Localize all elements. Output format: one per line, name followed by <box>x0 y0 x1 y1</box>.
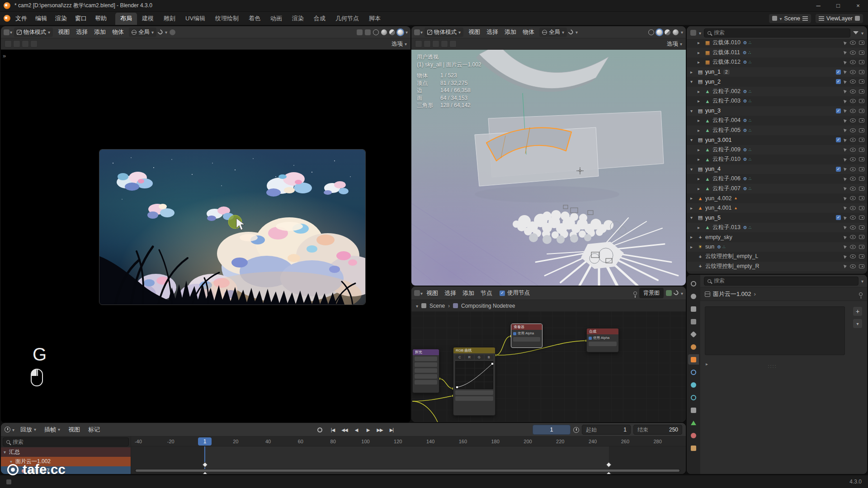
material-shading-icon[interactable] <box>389 29 395 35</box>
node-slider[interactable] <box>415 368 437 373</box>
node-slider[interactable] <box>415 362 437 367</box>
select-subtract-icon[interactable] <box>441 40 448 47</box>
data-tab-icon[interactable] <box>688 418 699 428</box>
curve-channel-button[interactable]: C <box>455 355 464 360</box>
curve-channel-button[interactable]: G <box>475 355 484 360</box>
physics-tab-icon[interactable] <box>688 392 699 403</box>
pin-icon[interactable] <box>633 291 637 295</box>
editor-type-icon[interactable] <box>414 29 420 35</box>
hide-viewport-toggle-icon[interactable] <box>850 70 856 74</box>
view-layer-selector[interactable]: ViewLayer <box>815 14 863 23</box>
compositor-menu-item[interactable]: 选择 <box>441 289 459 297</box>
outliner-row[interactable]: + 云纹理控制_empty_R ⚙ ∴ <box>687 262 867 272</box>
outliner-row[interactable]: ▸ ▲ 云粒子.010 ⚙ ∴ <box>687 155 867 164</box>
disable-render-toggle-icon[interactable] <box>859 196 864 200</box>
selectable-toggle-icon[interactable] <box>844 245 847 249</box>
next-keyframe-button[interactable]: ▶▶ <box>374 425 386 435</box>
timeline-menu-item[interactable]: 标记 <box>84 426 104 434</box>
workspace-tab[interactable]: 着色 <box>244 13 265 25</box>
selectable-toggle-icon[interactable] <box>844 187 847 191</box>
compositor-menu-item[interactable]: 视图 <box>423 289 441 297</box>
outliner-row[interactable]: ▸ ▦ 云载体.012 ⚙ ∴ <box>687 57 867 67</box>
jump-to-start-button[interactable]: |◀ <box>327 425 339 435</box>
collection-checkbox[interactable] <box>836 167 841 172</box>
material-tab-icon[interactable] <box>688 430 699 441</box>
filter-funnel-icon[interactable] <box>853 31 859 34</box>
selectable-toggle-icon[interactable] <box>844 148 847 152</box>
timeline-body[interactable]: -40-202040608010012014016018020022024026… <box>1 436 686 474</box>
expand-chevron-icon[interactable]: ▾ <box>690 79 697 84</box>
outliner-row[interactable]: ▸ ▲ 云粒子.002 ⚙ ∴ <box>687 87 867 97</box>
viewport-menu-item[interactable]: 物体 <box>109 28 127 36</box>
editor-type-chevron-icon[interactable] <box>420 290 423 296</box>
transform-orientation-dropdown[interactable]: 全局 <box>539 28 567 37</box>
collection-checkbox[interactable] <box>836 137 841 142</box>
hide-viewport-toggle-icon[interactable] <box>850 254 856 258</box>
overlays-toggle-icon[interactable] <box>365 29 371 35</box>
hide-viewport-toggle-icon[interactable] <box>850 206 856 210</box>
disable-render-toggle-icon[interactable] <box>859 51 864 55</box>
disable-render-toggle-icon[interactable] <box>859 118 864 122</box>
outliner-row[interactable]: ▸ ▲ 云粒子.003 ⚙ ∴ <box>687 96 867 106</box>
expand-chevron-icon[interactable]: ▾ <box>4 450 9 455</box>
disable-render-toggle-icon[interactable] <box>859 80 864 84</box>
selectable-toggle-icon[interactable] <box>844 196 847 200</box>
timeline-menu-item[interactable]: 视图 <box>64 426 84 434</box>
collection-checkbox[interactable] <box>836 215 841 220</box>
selectable-toggle-icon[interactable] <box>844 167 847 171</box>
selectable-toggle-icon[interactable] <box>844 206 847 210</box>
hide-viewport-toggle-icon[interactable] <box>850 89 856 94</box>
workspace-tab[interactable]: UV编辑 <box>180 13 210 25</box>
hide-viewport-toggle-icon[interactable] <box>850 225 856 230</box>
timeline-menu-item[interactable]: 回放 <box>16 426 40 434</box>
outliner-row[interactable]: ▸ ▲ 云粒子.004 ⚙ ∴ <box>687 116 867 126</box>
copy-scene-icon[interactable] <box>802 16 808 21</box>
outliner-row[interactable]: ▸ ▲ 云粒子.006 ⚙ ∴ <box>687 174 867 184</box>
select-subtract-icon[interactable] <box>30 40 38 47</box>
selectable-toggle-icon[interactable] <box>844 264 847 268</box>
disable-render-toggle-icon[interactable] <box>859 264 864 268</box>
use-alpha-toggle[interactable]: 使用 Alpha <box>589 336 617 340</box>
wireframe-shading-icon[interactable] <box>373 29 379 35</box>
hide-viewport-toggle-icon[interactable] <box>850 167 856 171</box>
outliner-row[interactable]: ▸ ▲ 云粒子.009 ⚙ ∴ <box>687 145 867 155</box>
transform-orientation-dropdown[interactable]: 全局 <box>129 28 156 37</box>
expand-chevron-icon[interactable]: ▸ <box>698 147 704 152</box>
workspace-tab[interactable]: 脚本 <box>364 13 386 25</box>
rendered-shading-icon[interactable] <box>673 29 679 35</box>
expand-chevron-icon[interactable]: ▾ <box>690 167 697 172</box>
node-slider[interactable] <box>455 396 493 401</box>
select-intersect-icon[interactable] <box>449 40 457 47</box>
expand-chevron-icon[interactable]: ▸ <box>698 50 704 55</box>
use-alpha-toggle[interactable]: 使用 Alpha <box>513 331 540 336</box>
chevron-down-icon[interactable] <box>416 303 418 309</box>
menu-item[interactable]: 文件 <box>11 14 31 23</box>
node-slider[interactable] <box>589 342 617 346</box>
proportional-edit-icon[interactable] <box>170 29 175 35</box>
toolbar-expand-icon[interactable] <box>3 52 6 59</box>
workspace-tab[interactable]: 雕刻 <box>159 13 180 25</box>
selectable-toggle-icon[interactable] <box>844 70 847 74</box>
collection-checkbox[interactable] <box>836 108 841 113</box>
selectable-toggle-icon[interactable] <box>844 128 847 132</box>
outliner-row[interactable]: ▾ ▤ yun_3.001 ⚙ ∴ <box>687 135 867 145</box>
viewport-menu-item[interactable]: 视图 <box>55 28 73 36</box>
editor-type-chevron-icon[interactable] <box>420 29 423 35</box>
node-slider[interactable] <box>455 390 493 395</box>
play-reverse-button[interactable]: ◀ <box>350 425 362 435</box>
editor-type-icon[interactable] <box>4 29 9 35</box>
outliner-row[interactable]: ▸ ▲ 云粒子.013 ⚙ ∴ <box>687 223 867 233</box>
disable-render-toggle-icon[interactable] <box>859 167 864 171</box>
selectable-toggle-icon[interactable] <box>844 41 847 45</box>
current-frame-field[interactable]: 1 <box>533 425 571 435</box>
view-layer-tab-icon[interactable] <box>688 316 699 327</box>
viewer-node-header[interactable]: 查看器 <box>511 324 542 330</box>
composite-node[interactable]: 合成 使用 Alpha <box>586 328 619 352</box>
close-button[interactable]: × <box>848 0 868 11</box>
solid-shading-icon[interactable] <box>656 29 662 35</box>
particles-tab-icon[interactable] <box>688 380 699 390</box>
selectable-toggle-icon[interactable] <box>844 216 847 220</box>
select-extend-icon[interactable] <box>22 40 29 47</box>
viewport-menu-item[interactable]: 视图 <box>465 28 483 36</box>
hide-viewport-toggle-icon[interactable] <box>850 264 856 268</box>
